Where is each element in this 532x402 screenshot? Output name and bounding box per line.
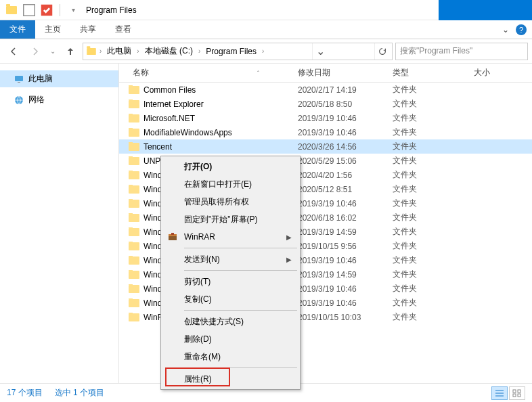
menu-pin-start[interactable]: 固定到"开始"屏幕(P): [162, 210, 298, 228]
svg-rect-16: [518, 390, 520, 393]
file-name: Wind: [143, 270, 162, 280]
menu-copy[interactable]: 复制(C): [162, 290, 298, 308]
sidebar-label: 网络: [28, 94, 45, 106]
file-type: 文件夹: [387, 141, 468, 152]
qat-properties-icon[interactable]: [39, 3, 54, 18]
file-date: 2019/10/15 9:56: [292, 242, 387, 251]
menu-rename[interactable]: 重命名(M): [162, 348, 298, 365]
menu-create-shortcut[interactable]: 创建快捷方式(S): [162, 313, 298, 330]
column-date[interactable]: 修改日期: [292, 64, 387, 82]
folder-icon: [129, 299, 139, 307]
file-date: 2020/5/18 8:50: [292, 99, 387, 109]
tab-home[interactable]: 主页: [35, 20, 70, 39]
file-name: Wind: [143, 171, 162, 180]
sort-indicator-icon: ˆ: [257, 70, 259, 76]
file-row[interactable]: Common Files2020/2/17 14:19文件夹: [119, 83, 532, 97]
menu-separator: [184, 310, 297, 311]
context-menu: 打开(O) 在新窗口中打开(E) 管理员取得所有权 固定到"开始"屏幕(P) W…: [160, 156, 301, 390]
chevron-right-icon[interactable]: ›: [98, 47, 103, 55]
addr-dropdown-icon[interactable]: ⌄: [312, 43, 328, 60]
view-toggle: [491, 386, 525, 400]
menu-properties[interactable]: 属性(R): [162, 370, 298, 388]
file-name: Wind: [143, 227, 162, 237]
breadcrumb-folder[interactable]: Program Files: [202, 43, 261, 60]
refresh-icon[interactable]: [374, 43, 391, 60]
svg-rect-15: [513, 390, 516, 393]
menu-open-new-window[interactable]: 在新窗口中打开(E): [162, 175, 298, 193]
file-row[interactable]: Tencent2020/3/26 14:56文件夹: [119, 139, 532, 154]
menu-delete[interactable]: 删除(D): [162, 330, 298, 348]
tab-share[interactable]: 共享: [70, 20, 106, 39]
help-icon[interactable]: ?: [516, 24, 527, 35]
folder-icon: [129, 256, 139, 265]
view-icons-button[interactable]: [509, 386, 525, 400]
file-date: 2019/10/15 10:03: [292, 313, 387, 322]
up-button[interactable]: [61, 42, 80, 61]
file-type: 文件夹: [387, 198, 468, 209]
ribbon-tabs: 文件 主页 共享 查看 ⌄ ?: [0, 20, 532, 39]
chevron-right-icon[interactable]: ›: [135, 47, 140, 55]
file-name: Wind: [143, 242, 162, 251]
file-type: 文件夹: [387, 84, 468, 95]
tab-view[interactable]: 查看: [106, 20, 141, 39]
chevron-right-icon[interactable]: ›: [261, 47, 265, 55]
submenu-arrow-icon: ▶: [286, 256, 292, 263]
qat-dropdown-icon[interactable]: ▾: [66, 3, 81, 18]
tab-file[interactable]: 文件: [0, 20, 35, 39]
folder-icon: [129, 285, 139, 293]
column-size[interactable]: 大小: [468, 64, 516, 82]
svg-rect-18: [518, 394, 520, 397]
file-date: 2019/3/19 14:59: [292, 270, 387, 280]
address-bar[interactable]: › 此电脑 › 本地磁盘 (C:) › Program Files › ⌄: [83, 43, 393, 60]
column-name[interactable]: 名称ˆ: [119, 64, 292, 82]
file-type: 文件夹: [387, 155, 468, 166]
file-type: 文件夹: [387, 297, 468, 309]
column-type[interactable]: 类型: [387, 64, 468, 82]
folder-icon: [129, 214, 139, 222]
folder-icon: [129, 86, 139, 94]
search-input[interactable]: 搜索"Program Files": [395, 43, 528, 60]
recent-dropdown-icon[interactable]: ⌄: [47, 42, 58, 61]
file-row[interactable]: Internet Explorer2020/5/18 8:50文件夹: [119, 97, 532, 111]
menu-winrar[interactable]: WinRAR▶: [162, 228, 298, 246]
file-type: 文件夹: [387, 226, 468, 238]
file-date: 2020/6/18 16:02: [292, 213, 387, 223]
menu-separator: [184, 270, 297, 271]
status-selected-count: 选中 1 个项目: [55, 387, 104, 399]
file-name: Wind: [143, 185, 162, 194]
folder-icon: [129, 313, 139, 321]
menu-admin-ownership[interactable]: 管理员取得所有权: [162, 193, 298, 210]
file-name: UNP: [143, 156, 160, 166]
menu-separator: [184, 248, 297, 248]
breadcrumb-this-pc[interactable]: 此电脑: [103, 43, 135, 60]
file-date: 2019/3/19 10:46: [292, 128, 387, 137]
folder-icon: [129, 171, 139, 179]
ribbon-expand-icon[interactable]: ⌄: [502, 25, 509, 35]
file-date: 2019/3/19 14:59: [292, 227, 387, 237]
view-details-button[interactable]: [491, 386, 508, 400]
file-name: Microsoft.NET: [143, 114, 195, 123]
sidebar-item-network[interactable]: 网络: [0, 91, 118, 108]
folder-icon: [129, 271, 139, 279]
svg-rect-7: [18, 82, 20, 83]
chevron-right-icon[interactable]: ›: [197, 47, 202, 55]
file-type: 文件夹: [387, 311, 468, 323]
folder-icon: [129, 242, 139, 250]
quick-access-toolbar: ▾: [0, 3, 81, 18]
breadcrumb-drive[interactable]: 本地磁盘 (C:): [141, 43, 197, 60]
qat-item[interactable]: [22, 3, 37, 18]
menu-open[interactable]: 打开(O): [162, 158, 298, 175]
back-button[interactable]: [4, 42, 23, 61]
file-name: Common Files: [143, 85, 196, 95]
folder-icon: [129, 114, 139, 122]
menu-cut[interactable]: 剪切(T): [162, 273, 298, 290]
file-type: 文件夹: [387, 169, 468, 181]
menu-send-to[interactable]: 发送到(N)▶: [162, 250, 298, 268]
file-type: 文件夹: [387, 127, 468, 138]
file-type: 文件夹: [387, 98, 468, 110]
file-row[interactable]: Microsoft.NET2019/3/19 10:46文件夹: [119, 111, 532, 125]
file-name: ModifiableWindowsApps: [143, 128, 232, 137]
sidebar-item-this-pc[interactable]: 此电脑: [0, 70, 118, 87]
forward-button[interactable]: [26, 42, 45, 61]
file-row[interactable]: ModifiableWindowsApps2019/3/19 10:46文件夹: [119, 125, 532, 139]
